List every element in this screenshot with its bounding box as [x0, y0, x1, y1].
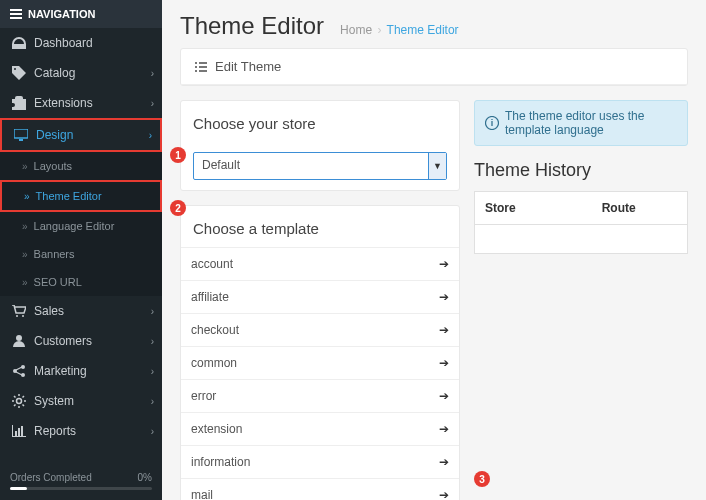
template-item-extension[interactable]: extension➔: [181, 413, 459, 446]
template-item-checkout[interactable]: checkout➔: [181, 314, 459, 347]
nav-label: Customers: [34, 334, 92, 348]
page-header: Theme Editor Home › Theme Editor: [162, 0, 706, 48]
template-item-account[interactable]: account➔: [181, 248, 459, 281]
nav-marketing[interactable]: Marketing ›: [0, 356, 162, 386]
breadcrumb-sep: ›: [377, 23, 381, 37]
orders-label: Orders Completed: [10, 472, 92, 483]
info-alert: i The theme editor uses the template lan…: [474, 100, 688, 146]
gear-icon: [10, 394, 28, 408]
arrow-right-icon: ➔: [439, 455, 449, 469]
page-title: Theme Editor: [180, 12, 324, 40]
template-panel: Choose a template account➔ affiliate➔ ch…: [180, 205, 460, 500]
nav-system[interactable]: System ›: [0, 386, 162, 416]
sub-layouts[interactable]: »Layouts: [0, 152, 162, 180]
annotation-marker-2: 2: [170, 200, 186, 216]
nav-label: Reports: [34, 424, 76, 438]
bullet-icon: »: [22, 249, 28, 260]
nav-label: Catalog: [34, 66, 75, 80]
chevron-right-icon: ›: [151, 98, 154, 109]
info-icon: i: [485, 116, 499, 130]
store-select-value: Default: [194, 153, 428, 179]
template-item-error[interactable]: error➔: [181, 380, 459, 413]
sub-banners[interactable]: »Banners: [0, 240, 162, 268]
tmpl-label: information: [191, 455, 250, 469]
history-title: Theme History: [474, 160, 688, 181]
nav-design-sub: »Layouts »Theme Editor »Language Editor …: [0, 152, 162, 296]
main-content: Theme Editor Home › Theme Editor Edit Th…: [162, 0, 706, 500]
panel-title: Edit Theme: [215, 59, 281, 74]
nav-dashboard[interactable]: Dashboard: [0, 28, 162, 58]
chevron-right-icon: ›: [151, 426, 154, 437]
template-list: account➔ affiliate➔ checkout➔ common➔ er…: [181, 247, 459, 500]
chevron-right-icon: ›: [151, 396, 154, 407]
tag-icon: [10, 66, 28, 80]
arrow-right-icon: ➔: [439, 257, 449, 271]
list-icon: [195, 62, 207, 72]
template-item-information[interactable]: information➔: [181, 446, 459, 479]
arrow-right-icon: ➔: [439, 290, 449, 304]
tmpl-label: account: [191, 257, 233, 271]
nav-label: System: [34, 394, 74, 408]
cart-icon: [10, 305, 28, 317]
dashboard-icon: [10, 37, 28, 49]
chart-icon: [10, 425, 28, 437]
nav-sales[interactable]: Sales ›: [0, 296, 162, 326]
crumb-current[interactable]: Theme Editor: [387, 23, 459, 37]
svg-rect-0: [14, 129, 28, 138]
orders-completed: Orders Completed 0%: [0, 466, 162, 496]
sub-label: SEO URL: [34, 276, 82, 288]
svg-point-7: [17, 399, 22, 404]
orders-value: 0%: [138, 472, 152, 483]
arrow-right-icon: ➔: [439, 389, 449, 403]
store-panel: Choose your store Default ▼: [180, 100, 460, 191]
nav-design[interactable]: Design ›: [0, 118, 162, 152]
sub-language-editor[interactable]: »Language Editor: [0, 212, 162, 240]
nav-label: Dashboard: [34, 36, 93, 50]
template-item-affiliate[interactable]: affiliate➔: [181, 281, 459, 314]
history-table: Store Route: [474, 191, 688, 254]
svg-rect-10: [21, 426, 23, 436]
left-column: Choose your store Default ▼ Choose a tem…: [180, 100, 460, 500]
tmpl-label: checkout: [191, 323, 239, 337]
arrow-right-icon: ➔: [439, 356, 449, 370]
user-icon: [10, 335, 28, 347]
arrow-right-icon: ➔: [439, 323, 449, 337]
nav-customers[interactable]: Customers ›: [0, 326, 162, 356]
sub-label: Theme Editor: [36, 190, 102, 202]
template-item-mail[interactable]: mail➔: [181, 479, 459, 500]
nav-catalog[interactable]: Catalog ›: [0, 58, 162, 88]
store-panel-title: Choose your store: [181, 101, 459, 142]
sub-theme-editor[interactable]: »Theme Editor: [0, 180, 162, 212]
nav-label: Marketing: [34, 364, 87, 378]
tmpl-label: mail: [191, 488, 213, 500]
hamburger-icon: [10, 9, 22, 19]
right-column: i The theme editor uses the template lan…: [474, 100, 688, 500]
nav-extensions[interactable]: Extensions ›: [0, 88, 162, 118]
template-item-common[interactable]: common➔: [181, 347, 459, 380]
puzzle-icon: [10, 96, 28, 110]
tmpl-label: extension: [191, 422, 242, 436]
svg-text:i: i: [491, 118, 494, 128]
chevron-right-icon: ›: [151, 306, 154, 317]
chevron-right-icon: ›: [149, 130, 152, 141]
info-text: The theme editor uses the template langu…: [505, 109, 677, 137]
col-store: Store: [475, 192, 592, 225]
svg-rect-9: [18, 428, 20, 436]
annotation-marker-1: 1: [170, 147, 186, 163]
col-route: Route: [592, 192, 688, 225]
panel-heading: Edit Theme: [181, 49, 687, 85]
bullet-icon: »: [22, 221, 28, 232]
nav-reports[interactable]: Reports ›: [0, 416, 162, 446]
store-select[interactable]: Default ▼: [193, 152, 447, 180]
annotation-marker-3: 3: [474, 471, 490, 487]
sub-seo-url[interactable]: »SEO URL: [0, 268, 162, 296]
chevron-right-icon: ›: [151, 366, 154, 377]
sub-label: Layouts: [34, 160, 73, 172]
arrow-right-icon: ➔: [439, 488, 449, 500]
nav-title: NAVIGATION: [28, 8, 95, 20]
chevron-right-icon: ›: [151, 336, 154, 347]
monitor-icon: [12, 129, 30, 141]
arrow-right-icon: ➔: [439, 422, 449, 436]
crumb-home[interactable]: Home: [340, 23, 372, 37]
share-icon: [10, 365, 28, 377]
